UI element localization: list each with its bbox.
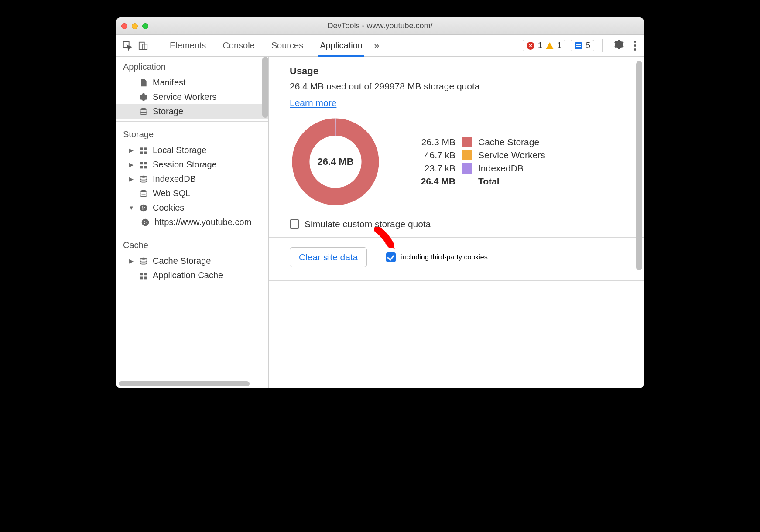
sidebar-item-child[interactable]: https://www.youtube.com — [116, 215, 268, 229]
device-toggle-icon[interactable] — [137, 40, 149, 52]
panel-tabs: Elements Console Sources Application — [168, 35, 364, 57]
legend-swatch — [462, 163, 472, 174]
warning-icon — [546, 42, 554, 49]
legend-swatch — [462, 150, 472, 160]
svg-rect-10 — [140, 166, 143, 168]
third-party-cookies-label: including third-party cookies — [401, 253, 487, 261]
cookie-icon — [140, 218, 150, 227]
usage-summary: 26.4 MB used out of 299978 MB storage qu… — [290, 81, 623, 92]
svg-rect-11 — [144, 166, 147, 168]
sidebar-scrollbar[interactable] — [262, 57, 268, 118]
sidebar-item-label: Storage — [153, 106, 183, 116]
usage-chart-row: 26.4 MB 26.3 MBCache Storage46.7 kBServi… — [290, 116, 623, 208]
sidebar-item-manifest[interactable]: Manifest — [116, 75, 268, 90]
sidebar-item-label: Web SQL — [153, 188, 190, 198]
svg-point-20 — [146, 221, 147, 222]
db-icon — [139, 189, 148, 198]
sidebar-item-service-workers[interactable]: Service Workers — [116, 90, 268, 104]
message-icon — [575, 42, 582, 49]
sidebar-item-label: Cache Storage — [153, 256, 211, 266]
legend-label: Cache Storage — [478, 137, 539, 147]
separator — [602, 39, 603, 52]
svg-rect-2 — [143, 44, 147, 49]
svg-point-17 — [142, 208, 144, 210]
sidebar-item-application-cache[interactable]: Application Cache — [116, 268, 268, 283]
tab-console[interactable]: Console — [221, 35, 256, 57]
grid-icon — [139, 160, 148, 170]
error-count: 1 — [538, 41, 542, 50]
svg-point-15 — [142, 206, 143, 208]
grid-icon — [139, 271, 148, 280]
svg-rect-26 — [144, 276, 147, 279]
sidebar-item-session-storage[interactable]: ▶Session Storage — [116, 157, 268, 172]
sidebar-item-cookies[interactable]: ▼Cookies — [116, 201, 268, 215]
clear-data-row: Clear site data including third-party co… — [269, 238, 644, 280]
legend-value: 26.3 MB — [412, 137, 455, 147]
legend-value: 26.4 MB — [412, 176, 455, 187]
usage-heading: Usage — [290, 65, 623, 77]
main-scrollbar[interactable] — [636, 61, 642, 270]
svg-point-21 — [144, 223, 145, 224]
svg-point-3 — [140, 108, 147, 110]
sidebar-h-scrollbar[interactable] — [119, 381, 250, 386]
messages-counter[interactable]: 5 — [571, 40, 594, 51]
sidebar-item-cache-storage[interactable]: ▶Cache Storage — [116, 254, 268, 268]
devtools-toolbar: Elements Console Sources Application » ×… — [116, 35, 644, 57]
svg-point-16 — [144, 207, 145, 208]
sidebar-item-label: https://www.youtube.com — [154, 217, 251, 227]
window-title: DevTools - www.youtube.com/ — [116, 21, 644, 31]
separator — [157, 39, 157, 52]
svg-rect-23 — [140, 273, 143, 275]
svg-rect-24 — [144, 273, 147, 275]
simulate-quota-checkbox[interactable] — [290, 219, 299, 229]
svg-rect-25 — [140, 276, 143, 279]
third-party-cookies-checkbox[interactable] — [386, 252, 396, 262]
panel-body: ApplicationManifestService WorkersStorag… — [116, 57, 644, 388]
sidebar-item-local-storage[interactable]: ▶Local Storage — [116, 143, 268, 157]
cookie-icon — [139, 203, 148, 213]
sidebar-item-indexeddb[interactable]: ▶IndexedDB — [116, 172, 268, 186]
tab-application[interactable]: Application — [318, 35, 364, 57]
sidebar-item-storage[interactable]: Storage — [116, 104, 268, 119]
sidebar-item-web-sql[interactable]: Web SQL — [116, 186, 268, 201]
donut-center-label: 26.4 MB — [290, 116, 381, 208]
svg-point-22 — [140, 257, 147, 259]
usage-section: Usage 26.4 MB used out of 299978 MB stor… — [269, 57, 644, 237]
tab-sources[interactable]: Sources — [270, 35, 305, 57]
storage-panel: Usage 26.4 MB used out of 299978 MB stor… — [269, 57, 644, 388]
sidebar-group-title: Storage — [116, 124, 268, 143]
usage-legend: 26.3 MBCache Storage46.7 kBService Worke… — [412, 134, 545, 189]
sidebar-item-label: Manifest — [153, 78, 186, 88]
learn-more-link[interactable]: Learn more — [290, 98, 336, 108]
svg-rect-9 — [144, 162, 147, 164]
svg-rect-4 — [140, 147, 143, 150]
error-icon: × — [527, 42, 534, 50]
more-tabs-icon[interactable]: » — [374, 40, 379, 51]
svg-rect-8 — [140, 162, 143, 164]
tab-elements[interactable]: Elements — [168, 35, 208, 57]
legend-label: IndexedDB — [478, 163, 524, 174]
titlebar: DevTools - www.youtube.com/ — [116, 17, 644, 35]
sidebar-item-label: Session Storage — [153, 160, 217, 170]
svg-point-19 — [144, 221, 145, 222]
more-menu-icon[interactable] — [631, 41, 639, 51]
svg-point-13 — [140, 190, 147, 192]
clear-site-data-button[interactable]: Clear site data — [290, 247, 367, 267]
message-count: 5 — [586, 41, 590, 50]
sidebar-item-label: Local Storage — [153, 145, 206, 155]
settings-icon[interactable] — [614, 39, 624, 52]
application-sidebar: ApplicationManifestService WorkersStorag… — [116, 57, 269, 388]
legend-total-row: 26.4 MBTotal — [412, 176, 545, 187]
svg-rect-5 — [144, 147, 147, 150]
legend-swatch — [462, 137, 472, 147]
simulate-quota-label: Simulate custom storage quota — [305, 219, 431, 229]
sidebar-group-title: Application — [116, 57, 268, 75]
legend-value: 23.7 kB — [412, 163, 455, 174]
inspect-element-icon[interactable] — [121, 40, 134, 52]
simulate-quota-row[interactable]: Simulate custom storage quota — [290, 219, 623, 229]
separator — [116, 232, 268, 232]
errors-warnings-counter[interactable]: × 1 1 — [523, 40, 565, 51]
db-icon — [139, 107, 148, 116]
devtools-window: DevTools - www.youtube.com/ Elements Con… — [116, 17, 644, 388]
file-icon — [139, 78, 148, 88]
